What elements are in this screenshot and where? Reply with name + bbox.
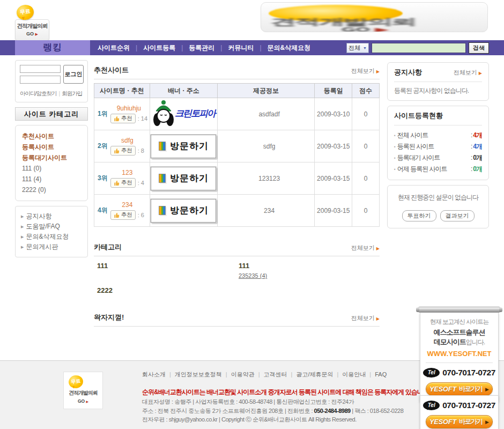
sidebar-item-category-111-4[interactable]: 111 (4): [22, 174, 81, 184]
rank-badge: 4위: [98, 206, 108, 215]
search-button[interactable]: 검색: [469, 42, 489, 54]
board-section: 왁자지껄! 전체보기 ▶: [94, 313, 380, 327]
col-header-site-name: 사이트명 · 추천: [94, 84, 150, 98]
thumbs-up-icon: [114, 212, 120, 218]
category-sub-link[interactable]: 235235 (4): [239, 272, 267, 279]
footer-free-quote-badge[interactable]: 무료 견적개발의뢰 GO ▶: [63, 372, 103, 409]
sidebar-item-inquiry-board[interactable]: ▶문의게시판: [21, 242, 82, 252]
recommend-button[interactable]: 추천: [110, 146, 136, 156]
footer-link-faq[interactable]: FAQ: [375, 371, 387, 378]
view-all-board[interactable]: 전체보기 ▶: [351, 314, 380, 322]
quick-links-box: ▶공지사항 ▶도움말/FAQ ▶문의&삭제요청 ▶문의게시판: [15, 206, 88, 257]
free-quote-go: GO ▶: [16, 31, 49, 36]
poll-box: 현재 진행중인 설문이 없습니다 투표하기 결과보기: [387, 185, 489, 228]
sidebar-item-notice[interactable]: ▶공지사항: [21, 211, 82, 221]
site-banner-cleantopia[interactable]: 크린토피아: [152, 99, 215, 127]
nav-item-register-manage[interactable]: 등록관리: [189, 43, 228, 53]
register-date: 2009-03-15: [315, 195, 352, 227]
footer-link-ads[interactable]: 광고/제휴문의: [296, 371, 342, 378]
table-row: 1위 9uhiuhju 추천: 14 크린토피아 asdfadf 2009-03…: [94, 98, 380, 130]
recommend-button[interactable]: 추천: [110, 178, 136, 188]
login-password-field[interactable]: [20, 76, 61, 84]
footer-link-terms[interactable]: 이용약관: [231, 371, 264, 378]
footer-info-line2: 주소 : 전북 전주시 중노송동 2가 소프트웨어진흥원 208호 | 전화번호…: [142, 408, 442, 415]
go-arrow-icon: ▶: [35, 32, 38, 36]
search-area: 전체 ▼ 검색: [346, 42, 489, 54]
site-name-link[interactable]: sdfg: [121, 137, 134, 144]
sidebar-item-category-111-0[interactable]: 111 (0): [22, 163, 81, 174]
footer-link-privacy[interactable]: 개인정보보호정책: [175, 371, 231, 378]
footer-link-support[interactable]: 고객센터: [264, 371, 297, 378]
status-row-yesterday: ▪어제 등록된 사이트:0개: [394, 164, 482, 175]
header-banner[interactable]: 견적개발의뢰 GO ▶: [261, 2, 488, 32]
footer-free-quote-label: 견적개발의뢰: [64, 389, 102, 397]
yesoft-url-link[interactable]: WWW.YESOFT.NET: [423, 350, 496, 358]
yesoft-widget: 현재 보고계신 사이트는 예스소프트솔루션 데모사이트입니다. WWW.YESO…: [417, 307, 501, 402]
sidebar-item-help-faq[interactable]: ▶도움말/FAQ: [21, 221, 82, 232]
recommend-button[interactable]: 추천: [110, 114, 136, 123]
site-status-box: 사이트등록현황 ▪전체 사이트:4개 ▪등록된 사이트:4개 ▪등록대기 사이트…: [387, 106, 489, 180]
col-header-date: 등록일: [315, 84, 352, 98]
nav-item-site-register[interactable]: 사이트등록: [143, 43, 189, 53]
login-id-field[interactable]: [20, 65, 61, 73]
sidebar-item-registered-sites[interactable]: 등록사이트: [22, 142, 81, 152]
section-title-board: 왁자지껄!: [94, 313, 124, 322]
free-bubble-icon: 무료: [16, 4, 35, 21]
view-all-category[interactable]: 전체보기 ▶: [351, 244, 380, 252]
recommend-button[interactable]: 추천: [110, 210, 136, 220]
footer-link-company[interactable]: 회사소개: [142, 371, 175, 378]
category-group-111[interactable]: 111: [97, 262, 108, 270]
view-all-notice[interactable]: 전체보기 ▶: [454, 69, 482, 77]
tel-bubble-icon: Tel: [423, 401, 440, 410]
yesoft-go-button[interactable]: YESOFT 바로가기 ▶: [426, 415, 493, 428]
bullet-arrow-icon: ▶: [21, 245, 24, 249]
nav-item-community[interactable]: 커뮤니티: [228, 43, 267, 53]
search-category-select[interactable]: 전체 ▼: [346, 43, 369, 53]
table-row: 3위 123 추천: 4 방문하기 123123 2009-03-15 0: [94, 162, 380, 195]
nav-item-inquiry-delete[interactable]: 문의&삭제요청: [268, 43, 311, 53]
search-input[interactable]: [372, 43, 466, 53]
free-quote-badge[interactable]: 무료 견적개발의뢰 GO ▶: [15, 19, 49, 41]
tel-number: 070-7017-0727: [442, 368, 495, 378]
site-brand[interactable]: 랭킹: [15, 40, 90, 55]
score-value: 0: [352, 130, 380, 162]
view-all-recommended[interactable]: 전체보기 ▶: [351, 67, 380, 75]
recommend-count: : 6: [138, 212, 144, 218]
site-name-link[interactable]: 234: [122, 201, 132, 209]
site-banner-visit[interactable]: 방문하기: [151, 167, 216, 190]
sidebar-item-recommended-sites[interactable]: 추천사이트: [22, 131, 81, 142]
find-account-link[interactable]: 아이디/암호찾기: [20, 90, 62, 97]
sidebar-item-pending-sites[interactable]: 등록대기사이트: [22, 152, 81, 163]
nav-item-site-rank[interactable]: 사이트순위: [98, 43, 143, 53]
site-info: sdfg: [217, 130, 314, 162]
notice-box: 공지사항 전체보기 ▶ 등록된 공지사항이 없습니다.: [387, 62, 489, 101]
thumbs-up-icon: [114, 180, 120, 186]
rank-badge: 3위: [98, 174, 108, 183]
vote-button[interactable]: 투표하기: [402, 210, 436, 221]
register-date: 2009-03-15: [315, 130, 352, 162]
site-category-header: 사이트 카테고리: [15, 107, 88, 121]
site-banner-visit[interactable]: 방문하기: [151, 135, 216, 158]
status-row-total: ▪전체 사이트:4개: [394, 130, 482, 141]
poll-results-button[interactable]: 결과보기: [440, 210, 475, 221]
login-button[interactable]: 로그인: [63, 65, 84, 84]
signup-link[interactable]: 회원가입: [62, 90, 82, 97]
footer-copyright: 전자우편 : shjguy@yahoo.co.kr | Copyright ⓒ …: [142, 416, 442, 424]
section-title-recommended: 추천사이트: [94, 65, 129, 75]
sidebar-item-inquiry-delete[interactable]: ▶문의&삭제요청: [21, 232, 82, 242]
category-group-2222[interactable]: 2222: [97, 286, 113, 294]
yesoft-go-button[interactable]: YESOFT 바로가기 ▶: [426, 382, 493, 396]
site-name-link[interactable]: 123: [122, 169, 132, 176]
right-sidebar: 공지사항 전체보기 ▶ 등록된 공지사항이 없습니다. 사이트등록현황 ▪전체 …: [387, 62, 489, 233]
site-name-link[interactable]: 9uhiuhju: [117, 105, 141, 112]
square-bullet-icon: ▪: [394, 152, 395, 164]
search-category-value: 전체: [349, 44, 360, 52]
category-group-111b[interactable]: 111: [239, 262, 249, 270]
main-content: 추천사이트 전체보기 ▶ 사이트명 · 추천 배너 · 주소 제공정보 등록일 …: [94, 65, 380, 355]
site-banner-visit[interactable]: 방문하기: [151, 199, 216, 223]
sidebar-item-category-2222-0[interactable]: 2222 (0): [22, 184, 81, 195]
footer-link-guide[interactable]: 이용안내: [342, 371, 375, 378]
footer-links: 회사소개개인정보보호정책이용약관고객센터광고/제휴문의이용안내FAQ: [142, 371, 442, 379]
table-row: 2위 sdfg 추천: 8 방문하기 sdfg 2009-03-15 0: [94, 130, 380, 162]
recommend-count: : 14: [138, 115, 147, 122]
